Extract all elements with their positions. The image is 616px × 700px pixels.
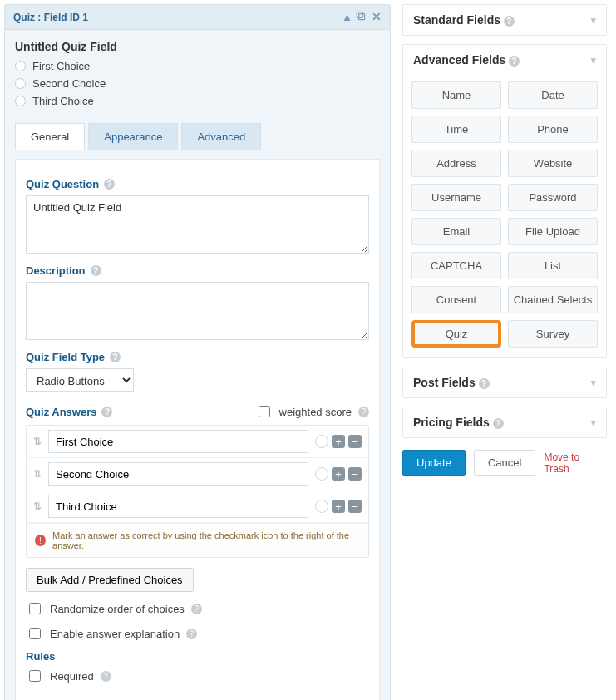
field-btn-file-upload[interactable]: File Upload <box>508 218 598 245</box>
field-btn-name[interactable]: Name <box>411 81 501 109</box>
help-icon[interactable]: ? <box>110 352 121 362</box>
remove-answer-icon[interactable]: − <box>348 435 362 448</box>
cancel-button[interactable]: Cancel <box>474 450 535 476</box>
acc-pricing-fields: Pricing Fields ? ▾ <box>402 407 607 438</box>
add-answer-icon[interactable]: + <box>332 500 345 513</box>
field-title: Untitled Quiz Field <box>15 40 380 53</box>
field-btn-password[interactable]: Password <box>508 184 598 211</box>
choice-label: First Choice <box>32 60 90 72</box>
field-btn-date[interactable]: Date <box>508 81 598 109</box>
acc-header-standard[interactable]: Standard Fields ? ▾ <box>403 5 606 35</box>
duplicate-icon[interactable] <box>355 10 367 24</box>
weighted-score-toggle[interactable]: weighted score ? <box>255 403 369 420</box>
tab-advanced[interactable]: Advanced <box>181 123 261 150</box>
acc-title: Post Fields <box>413 376 476 389</box>
answer-input[interactable] <box>48 462 308 486</box>
help-icon[interactable]: ? <box>504 16 515 27</box>
label-text: Quiz Field Type <box>26 351 105 363</box>
note-text: Mark an answer as correct by using the c… <box>52 530 360 550</box>
field-editor-panel: Quiz : Field ID 1 ▴ ✕ Untitled Quiz Fiel… <box>4 4 391 700</box>
acc-title: Advanced Fields <box>413 53 505 67</box>
preview-choice: First Choice <box>15 60 380 72</box>
explanation-checkbox[interactable] <box>29 628 41 639</box>
tab-general[interactable]: General <box>15 123 85 150</box>
field-btn-address[interactable]: Address <box>411 150 501 177</box>
update-button[interactable]: Update <box>402 450 466 476</box>
field-btn-phone[interactable]: Phone <box>508 116 598 143</box>
remove-answer-icon[interactable]: − <box>348 500 362 513</box>
answer-input[interactable] <box>48 430 308 453</box>
required-checkbox[interactable] <box>29 670 41 682</box>
label-rules: Rules <box>26 650 369 663</box>
chevron-down-icon: ▾ <box>591 15 596 26</box>
remove-answer-icon[interactable]: − <box>348 467 362 481</box>
chevron-down-icon: ▾ <box>591 417 596 428</box>
radio-icon <box>15 78 26 89</box>
answer-row: ⇅ + − <box>27 426 368 458</box>
field-btn-quiz[interactable]: Quiz <box>411 320 501 348</box>
help-icon[interactable]: ? <box>101 407 112 417</box>
collapse-icon[interactable]: ▴ <box>344 10 350 24</box>
checkbox-label: Randomize order of choices <box>50 603 185 615</box>
mark-correct-icon[interactable] <box>315 435 328 448</box>
mark-correct-icon[interactable] <box>315 467 328 481</box>
help-icon[interactable]: ? <box>479 378 490 389</box>
bulk-add-button[interactable]: Bulk Add / Predefined Choices <box>26 568 194 592</box>
preview-choice: Third Choice <box>15 95 380 107</box>
help-icon[interactable]: ? <box>91 265 101 276</box>
help-icon[interactable]: ? <box>101 671 111 682</box>
acc-advanced-fields: Advanced Fields ? ▾ NameDateTimePhoneAdd… <box>402 44 607 358</box>
add-answer-icon[interactable]: + <box>332 435 345 448</box>
drag-handle-icon[interactable]: ⇅ <box>33 436 42 447</box>
answers-list: ⇅ + − ⇅ + − <box>26 425 369 558</box>
close-icon[interactable]: ✕ <box>372 10 382 24</box>
move-to-trash-link[interactable]: Move to Trash <box>544 451 607 475</box>
field-btn-username[interactable]: Username <box>411 184 501 211</box>
checkbox-label: Required <box>50 670 94 683</box>
help-icon[interactable]: ? <box>358 407 369 417</box>
field-btn-chained-selects[interactable]: Chained Selects <box>508 286 598 313</box>
field-btn-captcha[interactable]: CAPTCHA <box>411 252 501 279</box>
field-btn-email[interactable]: Email <box>411 218 501 245</box>
acc-header-post[interactable]: Post Fields ? ▾ <box>403 367 606 397</box>
answers-help-note: ! Mark an answer as correct by using the… <box>27 523 368 557</box>
acc-header-advanced[interactable]: Advanced Fields ? ▾ <box>403 45 606 75</box>
randomize-checkbox[interactable] <box>29 603 41 614</box>
answer-row: ⇅ + − <box>27 458 368 490</box>
answer-row: ⇅ + − <box>27 490 368 523</box>
chevron-down-icon: ▾ <box>591 55 596 66</box>
label-text: Quiz Answers <box>26 406 96 418</box>
help-icon[interactable]: ? <box>104 179 115 190</box>
drag-handle-icon[interactable]: ⇅ <box>33 468 42 480</box>
acc-header-pricing[interactable]: Pricing Fields ? ▾ <box>403 407 606 437</box>
randomize-toggle[interactable]: Randomize order of choices ? <box>26 600 369 617</box>
field-type-select[interactable]: Radio Buttons <box>26 368 134 392</box>
tab-appearance[interactable]: Appearance <box>88 123 178 150</box>
add-answer-icon[interactable]: + <box>332 467 345 481</box>
required-toggle[interactable]: Required ? <box>26 668 369 684</box>
choice-label: Second Choice <box>32 77 106 90</box>
preview-choice: Second Choice <box>15 77 380 90</box>
label-quiz-answers: Quiz Answers ? <box>26 406 112 418</box>
help-icon[interactable]: ? <box>509 56 520 67</box>
weighted-score-checkbox[interactable] <box>259 406 270 417</box>
radio-icon <box>15 96 26 106</box>
field-btn-list[interactable]: List <box>508 252 598 279</box>
mark-correct-icon[interactable] <box>315 500 328 513</box>
help-icon[interactable]: ? <box>191 604 202 614</box>
drag-handle-icon[interactable]: ⇅ <box>33 500 42 512</box>
field-btn-time[interactable]: Time <box>411 116 501 143</box>
acc-post-fields: Post Fields ? ▾ <box>402 367 607 398</box>
label-field-type: Quiz Field Type ? <box>26 351 369 363</box>
field-btn-survey[interactable]: Survey <box>508 320 598 348</box>
field-btn-consent[interactable]: Consent <box>411 286 501 313</box>
chevron-down-icon: ▾ <box>591 377 596 388</box>
enable-explanation-toggle[interactable]: Enable answer explanation ? <box>26 625 369 642</box>
answer-input[interactable] <box>48 495 308 518</box>
label-text: Description <box>26 264 86 277</box>
description-input[interactable] <box>26 282 369 340</box>
help-icon[interactable]: ? <box>186 629 197 639</box>
field-btn-website[interactable]: Website <box>508 150 598 177</box>
quiz-question-input[interactable] <box>26 195 369 254</box>
help-icon[interactable]: ? <box>493 418 504 429</box>
